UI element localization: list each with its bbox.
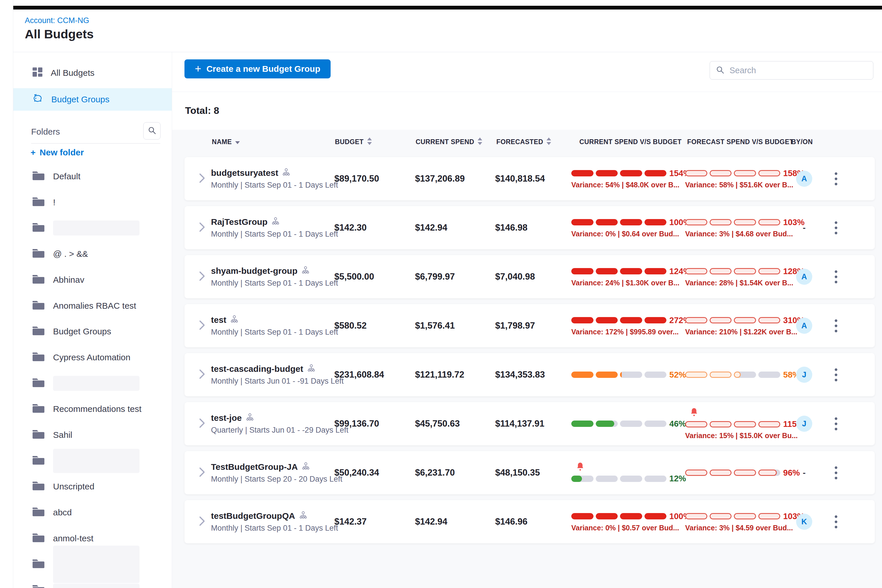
budget-group-name-text: TestBudgetGroup-JA (211, 462, 298, 472)
expand-row-button[interactable] (199, 255, 205, 298)
folder-item[interactable]: Cypress Automation (13, 348, 130, 367)
by-on-cell: - (795, 451, 813, 494)
create-budget-group-button[interactable]: + Create a new Budget Group (184, 59, 331, 78)
percent-label: 52% (669, 370, 686, 380)
progress-segment (685, 513, 707, 519)
folder-item[interactable]: Budget Groups (13, 322, 111, 341)
column-header-label: CURRENT SPEND V/S BUDGET (579, 138, 682, 146)
progress-segment (734, 372, 756, 378)
folder-item[interactable] (13, 555, 140, 574)
column-header-current-spend[interactable]: CURRENT SPEND (416, 130, 482, 154)
breadcrumb-account-link[interactable]: Account: CCM-NG (25, 16, 89, 25)
sort-icon[interactable] (546, 138, 551, 147)
folders-search-button[interactable] (143, 122, 160, 140)
folder-item[interactable] (13, 219, 140, 237)
hierarchy-icon (246, 413, 254, 423)
budget-group-name[interactable]: RajTestGroup (211, 217, 338, 227)
folder-item[interactable]: Abhinav (13, 271, 84, 289)
row-options-menu-button[interactable] (830, 451, 842, 494)
progress-segment (571, 219, 594, 225)
column-header-forecast-spend-v-s-budget[interactable]: FORECAST SPEND V/S BUDGET (687, 130, 794, 154)
row-options-menu-button[interactable] (830, 304, 842, 347)
folder-name: Abhinav (53, 275, 84, 285)
current-spend-vs-budget-cell: 52% (571, 353, 687, 396)
variance-text: Variance: 172% | $995.89 over... (571, 328, 687, 336)
folder-item[interactable]: abcd (13, 503, 72, 522)
search-input[interactable] (729, 65, 867, 75)
row-options-menu-button[interactable] (830, 255, 842, 298)
sort-desc-icon[interactable] (235, 138, 240, 146)
folder-item[interactable]: Unscripted (13, 477, 94, 496)
folder-item[interactable] (13, 581, 140, 588)
budget-group-name[interactable]: testBudgetGroupQA (211, 511, 338, 521)
sort-icon[interactable] (478, 138, 482, 147)
new-folder-button[interactable]: + New folder (30, 148, 84, 158)
table-row[interactable]: testBudgetGroupQAMonthly | Starts Sep 01… (184, 500, 875, 543)
budget-group-name[interactable]: budgetsuryatest (211, 168, 338, 178)
folder-item[interactable] (13, 374, 140, 393)
budget-group-name-text: budgetsuryatest (211, 168, 278, 178)
expand-row-button[interactable] (199, 500, 205, 543)
table-row[interactable]: budgetsuryatestMonthly | Starts Sep 01 -… (184, 157, 875, 200)
piggy-bank-icon (32, 93, 43, 106)
row-options-menu-button[interactable] (830, 353, 842, 396)
folder-icon (32, 429, 44, 442)
expand-row-button[interactable] (199, 451, 205, 494)
column-header-current-spend-v-s-budget[interactable]: CURRENT SPEND V/S BUDGET (579, 130, 682, 154)
progress-segment (596, 372, 618, 378)
folder-item[interactable]: @ . > && (13, 245, 88, 263)
forecast-spend-progress-bar (685, 470, 780, 476)
row-options-menu-button[interactable] (830, 206, 842, 249)
user-avatar: A (796, 268, 812, 285)
folder-item[interactable]: ! (13, 193, 56, 212)
column-header-by-on[interactable]: BY/ON (791, 130, 813, 154)
budget-group-name[interactable]: TestBudgetGroup-JA (211, 462, 342, 472)
table-row[interactable]: TestBudgetGroup-JAMonthly | Starts Sep 2… (184, 451, 875, 494)
budget-group-name-text: test-cascading-budget (211, 364, 303, 374)
sidebar-item-all-budgets[interactable]: All Budgets (13, 62, 172, 84)
column-header-label: BUDGET (335, 138, 364, 146)
progress-outline-fill (734, 421, 756, 428)
table-row[interactable]: test-cascading-budgetMonthly | Starts Ju… (184, 353, 875, 396)
table-row[interactable]: testMonthly | Starts Sep 01 - 1 Days Lef… (184, 304, 875, 347)
table-row[interactable]: RajTestGroupMonthly | Starts Sep 01 - 1 … (184, 206, 875, 249)
folder-item[interactable]: Sahil (13, 426, 72, 444)
folder-item[interactable] (13, 452, 140, 470)
row-options-menu-button[interactable] (830, 157, 842, 200)
forecasted-value: $146.96 (495, 500, 528, 543)
budget-group-name-cell: budgetsuryatestMonthly | Starts Sep 01 -… (211, 157, 338, 200)
expand-row-button[interactable] (199, 206, 205, 249)
folder-item[interactable]: Anomalies RBAC test (13, 297, 136, 315)
budget-period-text: Monthly | Starts Sep 01 - 1 Days Left (211, 279, 338, 288)
chevron-right-icon (199, 320, 205, 332)
expand-row-button[interactable] (199, 304, 205, 347)
column-header-budget[interactable]: BUDGET (335, 130, 372, 154)
budget-group-name[interactable]: shyam-budget-group (211, 266, 338, 276)
expand-row-button[interactable] (199, 157, 205, 200)
budget-group-name[interactable]: test-cascading-budget (211, 364, 344, 374)
current-spend-vs-budget-cell: 12% (571, 451, 687, 494)
sidebar-item-budget-groups[interactable]: Budget Groups (13, 88, 172, 111)
progress-fill (596, 219, 618, 225)
table-row[interactable]: test-joeQuarterly | Starts Jun 01 - -29 … (184, 402, 875, 446)
table-search-box (710, 61, 873, 80)
progress-bar-row: 103% (685, 512, 800, 521)
expand-row-button[interactable] (199, 402, 205, 446)
column-header-forecasted[interactable]: FORECASTED (496, 130, 551, 154)
budget-group-name[interactable]: test-joe (211, 413, 348, 423)
budget-group-name[interactable]: test (211, 315, 338, 325)
budget-period-text: Monthly | Starts Sep 01 - 1 Days Left (211, 328, 338, 337)
folder-item[interactable]: Recommendations test (13, 400, 141, 418)
progress-outline-fill (685, 421, 707, 428)
folder-item[interactable]: anmol-test (13, 529, 93, 548)
column-header-name[interactable]: NAME (212, 130, 240, 154)
hierarchy-icon (307, 364, 315, 374)
row-options-menu-button[interactable] (830, 402, 842, 446)
folder-item[interactable]: Default (13, 167, 80, 186)
table-row[interactable]: shyam-budget-groupMonthly | Starts Sep 0… (184, 255, 875, 298)
forecast-spend-vs-budget-cell: 158%Variance: 58% | $51.6K over B... (685, 157, 800, 200)
sort-icon[interactable] (367, 138, 372, 147)
row-options-menu-button[interactable] (830, 500, 842, 543)
current-spend-progress-bar (571, 268, 666, 274)
expand-row-button[interactable] (199, 353, 205, 396)
